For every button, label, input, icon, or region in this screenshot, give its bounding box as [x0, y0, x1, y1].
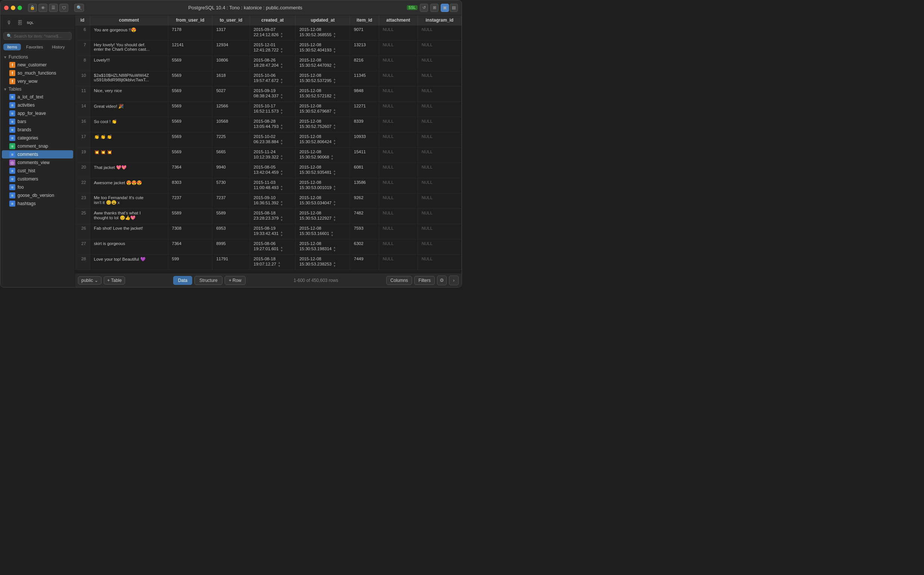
sort-stepper[interactable]: ▲▼	[331, 230, 334, 237]
sort-stepper[interactable]: ▲▼	[280, 32, 283, 38]
search-icon[interactable]: 🔍	[74, 4, 84, 12]
sidebar-search[interactable]: 🔍 Search for item: ^name$...	[3, 32, 72, 40]
list-icon[interactable]: ☰	[49, 4, 58, 12]
cell-from_user_id: 7237	[168, 194, 212, 209]
table-wrapper[interactable]: id comment from_user_id to_user_id creat…	[75, 15, 462, 273]
tree-item-customers[interactable]: ≡ customers	[2, 175, 73, 183]
sort-stepper[interactable]: ▲▼	[280, 93, 283, 100]
table-row[interactable]: 22Awesome jacket 😍😍😍830357302015-11-03 1…	[75, 178, 462, 194]
table-row[interactable]: 23Me too Fernanda! It's cute isn't it 😊😩…	[75, 194, 462, 209]
functions-section[interactable]: ▼ Functions	[0, 53, 75, 61]
close-button[interactable]	[4, 6, 9, 10]
tree-item-brands[interactable]: ≡ brands	[2, 125, 73, 134]
tree-item-goose_db_version[interactable]: ≡ goose_db_version	[2, 191, 73, 200]
tables-section[interactable]: ▼ Tables	[0, 86, 75, 93]
tree-item-new_customer[interactable]: f new_customer	[2, 61, 73, 69]
titlebar-right: SSL ↺ ⊞ ▣ ▤	[407, 4, 458, 12]
sort-stepper[interactable]: ▲▼	[333, 47, 336, 54]
table-row[interactable]: 28Love your top! Beautiful 💜599117912015…	[75, 255, 462, 270]
view-sidebar-icon[interactable]: ▣	[441, 4, 449, 12]
table-row[interactable]: 6You are gorgeous !!😍717813172015-09-07 …	[75, 25, 462, 41]
tree-item-so_much_functions[interactable]: f so_much_functions	[2, 69, 73, 77]
sort-stepper[interactable]: ▲▼	[280, 169, 283, 176]
sort-stepper[interactable]: ▲▼	[280, 215, 283, 222]
tab-data[interactable]: Data	[173, 276, 192, 285]
table-row[interactable]: 20That jacket 💖💖736499402015-08-05 13:42…	[75, 163, 462, 178]
cell-updated_at: 2015-12-08 15:30:53.238253▲▼	[296, 255, 350, 270]
tree-item-foo[interactable]: ≡ foo	[2, 183, 73, 191]
sort-stepper[interactable]: ▲▼	[333, 32, 336, 38]
sort-stepper[interactable]: ▲▼	[333, 62, 336, 69]
table-row[interactable]: 17👏 👏 👏556972252015-10-02 06:23:38.884▲▼…	[75, 132, 462, 148]
sort-stepper[interactable]: ▲▼	[280, 246, 283, 253]
refresh-icon[interactable]: ↺	[420, 4, 428, 12]
sort-stepper[interactable]: ▲▼	[280, 200, 283, 206]
table-row[interactable]: 25Aww thanks that's what I thought to lo…	[75, 209, 462, 224]
tree-item-comments[interactable]: ≡ comments	[2, 150, 73, 159]
table-row[interactable]: 26Fab shot! Love the jacket!730869532015…	[75, 224, 462, 240]
table-row[interactable]: 10$2a$10$HZLN88PNuWWi4Z uS91Ib8dR98Ijt0k…	[75, 71, 462, 86]
minimize-button[interactable]	[11, 6, 15, 10]
tree-item-comments_view[interactable]: ◎ comments_view	[2, 159, 73, 167]
sort-stepper[interactable]: ▲▼	[333, 124, 336, 130]
tree-item-a_lot_of_text[interactable]: ≡ a_lot_of_text	[2, 93, 73, 101]
grid-icon[interactable]: ⊞	[430, 4, 438, 12]
sort-stepper[interactable]: ▲▼	[333, 139, 336, 145]
table-row[interactable]: 27skirt is gorgeous736489952015-08-06 19…	[75, 240, 462, 255]
tab-structure[interactable]: Structure	[194, 276, 222, 285]
table-row[interactable]: 8Lovely!!!5569108062015-08-26 18:28:47.2…	[75, 56, 462, 71]
filters-button[interactable]: Filters	[414, 276, 435, 285]
sort-stepper[interactable]: ▲▼	[280, 47, 283, 54]
tree-item-categories[interactable]: ≡ categories	[2, 134, 73, 142]
lock-icon[interactable]: 🔒	[28, 4, 37, 12]
tree-item-hashtags[interactable]: ≡ hashtags	[2, 200, 73, 208]
table-row[interactable]: 11Nice, very nice556950272015-09-19 08:3…	[75, 86, 462, 102]
tab-items[interactable]: Items	[3, 44, 21, 50]
sort-stepper[interactable]: ▲▼	[333, 215, 336, 222]
sql-icon[interactable]: SQL	[25, 18, 35, 27]
columns-button[interactable]: Columns	[386, 276, 412, 285]
sort-stepper[interactable]: ▲▼	[280, 230, 283, 237]
sort-stepper[interactable]: ▲▼	[280, 108, 283, 115]
chevron-right-icon[interactable]: ›	[449, 276, 459, 285]
db-icon[interactable]: 🎙	[4, 18, 14, 27]
sort-stepper[interactable]: ▲▼	[333, 246, 336, 253]
sort-stepper[interactable]: ▲▼	[280, 62, 283, 69]
shield-icon[interactable]: 🛡	[59, 4, 68, 12]
sort-stepper[interactable]: ▲▼	[333, 108, 336, 115]
sort-stepper[interactable]: ▲▼	[280, 139, 283, 145]
tree-item-app_for_leave[interactable]: ≡ app_for_leave	[2, 109, 73, 118]
tree-item-cust_hist[interactable]: ≡ cust_hist	[2, 167, 73, 175]
tree-item-comment_snap[interactable]: ≡ comment_snap	[2, 142, 73, 150]
schema-selector[interactable]: public ⌄	[78, 276, 102, 284]
view-panel-icon[interactable]: ▤	[450, 4, 458, 12]
gear-icon[interactable]: ⚙	[437, 276, 447, 285]
tree-item-bars[interactable]: ≡ bars	[2, 118, 73, 125]
add-row-button[interactable]: + Row	[225, 276, 245, 285]
sort-stepper[interactable]: ▲▼	[280, 184, 283, 191]
add-table-button[interactable]: + Table	[104, 276, 125, 284]
tree-item-activities[interactable]: ≡ activities	[2, 101, 73, 109]
maximize-button[interactable]	[18, 6, 22, 10]
sort-stepper[interactable]: ▲▼	[333, 93, 336, 100]
table-row[interactable]: 14Great video! 🎉5569125662015-10-17 16:5…	[75, 102, 462, 117]
sort-stepper[interactable]: ▲▼	[280, 124, 283, 130]
tree-item-very_wow[interactable]: f very_wow	[2, 77, 73, 86]
sort-stepper[interactable]: ▲▼	[333, 200, 336, 206]
tab-favorites[interactable]: Favorites	[22, 44, 47, 50]
eye-icon[interactable]: 👁	[38, 4, 48, 12]
table-icon[interactable]: 🗄	[14, 18, 25, 27]
sort-stepper[interactable]: ▲▼	[333, 78, 336, 84]
tab-history[interactable]: History	[48, 44, 68, 50]
sort-stepper[interactable]: ▲▼	[280, 78, 283, 84]
table-row[interactable]: 19💥 💥 💥556956652015-11-24 10:12:39.322▲▼…	[75, 148, 462, 163]
sort-stepper[interactable]: ▲▼	[331, 154, 334, 161]
sidebar-tabs: Items Favorites History	[0, 42, 75, 52]
sort-stepper[interactable]: ▲▼	[278, 261, 280, 268]
table-row[interactable]: 7Hey lovely! You should def. enter the C…	[75, 41, 462, 56]
table-row[interactable]: 16So cool ! 👏5569105682015-08-28 13:05:4…	[75, 117, 462, 132]
sort-stepper[interactable]: ▲▼	[280, 154, 283, 161]
sort-stepper[interactable]: ▲▼	[333, 169, 336, 176]
sort-stepper[interactable]: ▲▼	[333, 184, 336, 191]
sort-stepper[interactable]: ▲▼	[333, 261, 336, 268]
